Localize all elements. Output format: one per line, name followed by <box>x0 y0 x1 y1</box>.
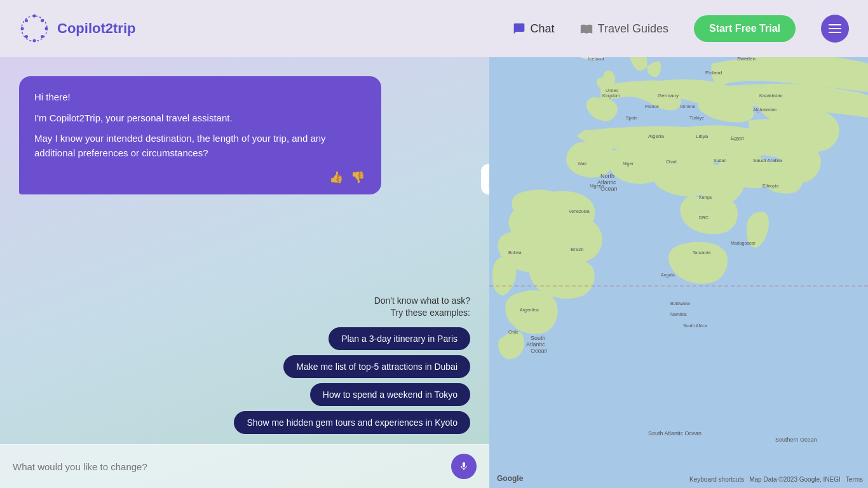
chat-input[interactable] <box>13 461 445 472</box>
svg-text:Egypt: Egypt <box>731 135 744 141</box>
svg-text:Afghanistan: Afghanistan <box>753 107 776 112</box>
svg-text:DRC: DRC <box>699 215 709 220</box>
suggestion-chip-2[interactable]: How to spend a weekend in Tokyo <box>310 383 470 406</box>
svg-point-2 <box>41 19 44 22</box>
svg-text:Sweden: Sweden <box>737 57 756 62</box>
svg-text:Iceland: Iceland <box>588 57 604 62</box>
hamburger-icon <box>829 28 841 29</box>
svg-text:United: United <box>606 88 618 93</box>
svg-text:Niger: Niger <box>623 161 634 166</box>
svg-text:Kingdom: Kingdom <box>602 93 620 98</box>
svg-text:Ocean: Ocean <box>531 348 548 354</box>
mic-button[interactable] <box>451 454 477 479</box>
svg-text:Tanzania: Tanzania <box>693 250 710 255</box>
svg-text:Kenya: Kenya <box>699 195 712 200</box>
svg-text:Türkiye: Türkiye <box>689 116 704 121</box>
svg-point-4 <box>41 35 44 38</box>
thumbs-down-button[interactable]: 👎 <box>349 169 366 186</box>
svg-text:Saudi Arabia: Saudi Arabia <box>753 158 782 163</box>
google-logo: Google <box>497 474 523 483</box>
terms-link[interactable]: Terms <box>846 476 863 483</box>
svg-text:Brazil: Brazil <box>571 247 583 252</box>
svg-text:Bolivia: Bolivia <box>508 250 522 255</box>
bubble-actions: 👍 👎 <box>34 169 366 186</box>
suggestions-hint: Don't know what to ask? Try these exampl… <box>19 295 470 320</box>
map-attribution: Keyboard shortcuts Map Data ©2023 Google… <box>689 476 863 483</box>
svg-text:South: South <box>531 335 546 341</box>
svg-text:Angola: Angola <box>661 273 675 278</box>
svg-point-3 <box>45 27 48 30</box>
mic-icon <box>459 461 469 471</box>
svg-text:Algeria: Algeria <box>648 133 664 139</box>
svg-text:Nigeria: Nigeria <box>590 184 604 189</box>
svg-point-5 <box>33 39 36 43</box>
svg-text:Ethiopia: Ethiopia <box>763 184 778 189</box>
suggestion-chip-0[interactable]: Plan a 3-day itinerary in Paris <box>329 327 470 350</box>
svg-text:Atlantic: Atlantic <box>526 341 545 348</box>
menu-button[interactable] <box>821 15 849 43</box>
world-map: North Atlantic Ocean South Atlantic Ocea… <box>489 57 868 488</box>
chat-messages: Hi there! I'm Copilot2Trip, your persona… <box>0 57 489 288</box>
svg-text:Ukraine: Ukraine <box>680 104 695 109</box>
ai-question: May I know your intended destination, th… <box>34 132 366 160</box>
chat-nav-icon <box>513 22 526 35</box>
thumbs-up-button[interactable]: 👍 <box>328 169 344 186</box>
main-content: Hi there! I'm Copilot2Trip, your persona… <box>0 57 868 488</box>
nav-travel-label: Travel Guides <box>598 22 668 36</box>
svg-text:South Atlantic Ocean: South Atlantic Ocean <box>648 430 702 437</box>
chat-panel: Hi there! I'm Copilot2Trip, your persona… <box>0 57 489 488</box>
svg-text:Mali: Mali <box>578 161 587 166</box>
ai-greeting: Hi there! <box>34 90 366 105</box>
suggestion-chip-3[interactable]: Show me hidden gem tours and experiences… <box>234 411 470 434</box>
chat-input-area <box>0 444 489 488</box>
nav-chat[interactable]: Chat <box>513 22 555 36</box>
logo-icon <box>19 13 50 44</box>
ai-message-bubble: Hi there! I'm Copilot2Trip, your persona… <box>19 76 381 194</box>
svg-text:North: North <box>600 173 614 179</box>
logo-text: Copilot2trip <box>57 20 135 37</box>
ai-intro: I'm Copilot2Trip, your personal travel a… <box>34 111 366 126</box>
svg-point-1 <box>33 15 36 18</box>
svg-point-7 <box>21 27 24 30</box>
svg-text:Argentina: Argentina <box>520 308 539 313</box>
suggestions-area: Don't know what to ask? Try these exampl… <box>0 288 489 444</box>
svg-text:Namibia: Namibia <box>670 312 687 316</box>
nav-chat-label: Chat <box>531 22 555 36</box>
share-button[interactable]: Share <box>481 164 489 194</box>
svg-text:Libya: Libya <box>696 133 709 139</box>
svg-text:Botswana: Botswana <box>670 301 690 306</box>
svg-text:Sudan: Sudan <box>714 158 726 163</box>
svg-text:Spain: Spain <box>626 116 637 121</box>
book-nav-icon <box>580 22 593 35</box>
header: Copilot2trip Chat Travel Guides Start Fr… <box>0 0 868 57</box>
svg-point-8 <box>25 19 28 22</box>
svg-text:Chile: Chile <box>508 330 519 334</box>
nav-travel-guides[interactable]: Travel Guides <box>580 22 668 36</box>
svg-text:South Africa: South Africa <box>683 323 707 328</box>
svg-text:France: France <box>645 104 659 109</box>
svg-text:Kazakhstan: Kazakhstan <box>759 93 783 98</box>
keyboard-shortcuts[interactable]: Keyboard shortcuts <box>689 476 744 483</box>
logo-area: Copilot2trip <box>19 13 135 44</box>
svg-text:Germany: Germany <box>658 93 679 98</box>
suggestion-chip-1[interactable]: Make me list of top-5 attractions in Dub… <box>283 355 470 378</box>
svg-text:Venezuela: Venezuela <box>569 209 590 214</box>
svg-text:Finland: Finland <box>705 70 722 76</box>
svg-text:Southern Ocean: Southern Ocean <box>775 437 817 443</box>
svg-point-6 <box>25 35 28 38</box>
svg-text:Madagascar: Madagascar <box>731 241 756 246</box>
start-free-trial-button[interactable]: Start Free Trial <box>694 15 796 42</box>
map-panel: North Atlantic Ocean South Atlantic Ocea… <box>489 57 868 488</box>
svg-text:Chad: Chad <box>666 159 677 164</box>
map-data-label: Map Data ©2023 Google, INEGI <box>749 476 841 483</box>
